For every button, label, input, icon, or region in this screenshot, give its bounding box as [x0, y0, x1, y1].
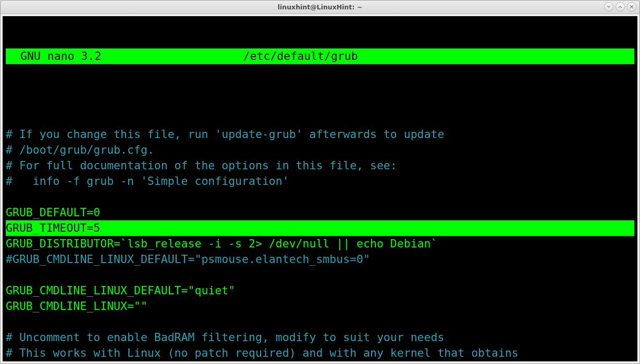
blank-line [6, 112, 13, 125]
config-line: GRUB_CMDLINE_LINUX="" [6, 299, 147, 312]
maximize-button[interactable] [616, 2, 625, 11]
window-title: linuxhint@LinuxHint: ~ [1, 3, 639, 11]
config-line: GRUB_CMDLINE_LINUX_DEFAULT="quiet" [6, 284, 235, 297]
minimize-button[interactable] [604, 2, 613, 11]
terminal-window: linuxhint@LinuxHint: ~ GNU nano 3.2 /etc… [0, 0, 640, 364]
close-button[interactable] [627, 2, 636, 11]
editor-content[interactable]: # If you change this file, run 'update-g… [6, 95, 634, 361]
comment-line: # This works with Linux (no patch requir… [6, 346, 519, 359]
comment-line: # /boot/grub/grub.cfg. [6, 143, 154, 156]
terminal-area[interactable]: GNU nano 3.2 /etc/default/grub # If you … [3, 16, 637, 361]
comment-line: # For full documentation of the options … [6, 159, 397, 172]
cursor-highlight-line: GRUB_TIMEOUT=5 [6, 220, 634, 236]
config-line: GRUB_DISTRIBUTOR=`lsb_release -i -s 2> /… [6, 237, 437, 250]
config-line: GRUB_DEFAULT=0 [6, 206, 100, 219]
nano-filename: /etc/default/grub [101, 48, 634, 64]
nano-appname: GNU nano 3.2 [6, 48, 101, 64]
comment-line: # Uncomment to enable BadRAM filtering, … [6, 331, 444, 344]
window-controls [604, 2, 636, 11]
comment-line: #GRUB_CMDLINE_LINUX_DEFAULT="psmouse.ela… [6, 253, 370, 266]
comment-line: # info -f grub -n 'Simple configuration' [6, 174, 289, 187]
titlebar: linuxhint@LinuxHint: ~ [1, 1, 639, 14]
comment-line: # If you change this file, run 'update-g… [6, 128, 444, 141]
nano-header: GNU nano 3.2 /etc/default/grub [6, 48, 634, 64]
